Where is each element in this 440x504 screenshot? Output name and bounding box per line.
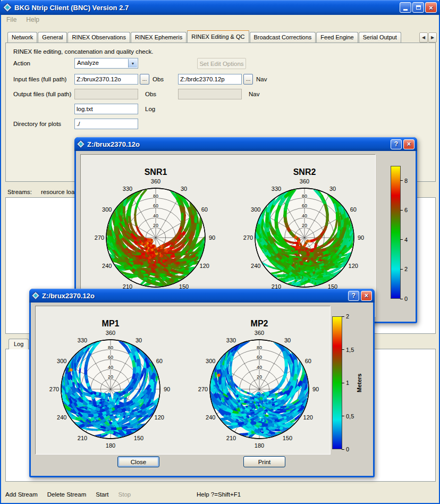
svg-text:300: 300: [102, 206, 112, 213]
svg-text:240: 240: [206, 414, 215, 421]
close-button[interactable]: ×: [403, 139, 414, 149]
help-button[interactable]: ?: [348, 291, 359, 301]
maximize-button[interactable]: [412, 2, 424, 13]
statusbar-action-stop: Stop: [119, 491, 131, 498]
input-obs-field[interactable]: [74, 74, 138, 85]
app-icon: [3, 3, 12, 12]
svg-text:330: 330: [272, 186, 281, 192]
tab-scroll-right-button[interactable]: ▶: [428, 32, 437, 43]
tab-rinex-observations[interactable]: RINEX Observations: [67, 32, 130, 43]
svg-text:90: 90: [312, 386, 319, 392]
arrow-left-icon: ◀: [422, 35, 425, 40]
svg-text:SNR1: SNR1: [145, 167, 167, 177]
statusbar-action-start[interactable]: Start: [96, 491, 108, 498]
svg-text:240: 240: [57, 414, 66, 421]
logfile-field[interactable]: [74, 104, 138, 114]
svg-text:60: 60: [108, 355, 113, 360]
streams-status: resource load: [41, 189, 78, 195]
action-select[interactable]: Analyze ▼: [74, 58, 138, 69]
window-titlebar[interactable]: BKG Ntrip Client (BNC) Version 2.7 ×: [0, 0, 440, 15]
svg-text:80: 80: [153, 194, 158, 199]
snr-window-title: Z:/brux2370.12o: [87, 140, 140, 148]
svg-text:40: 40: [108, 365, 113, 370]
tab-scroll-left-button[interactable]: ◀: [419, 32, 428, 43]
svg-text:270: 270: [49, 386, 59, 392]
snr1-skyplot: SNR1306090120150180210240270300330360204…: [84, 157, 227, 300]
output-nav-tag: Nav: [249, 91, 259, 97]
svg-text:240: 240: [251, 263, 260, 269]
statusbar-action-delete-stream[interactable]: Delete Stream: [47, 491, 87, 498]
close-icon: ×: [407, 140, 411, 148]
colorbar-unit-label: Meters: [356, 316, 363, 449]
svg-text:150: 150: [283, 435, 292, 441]
browse-nav-button[interactable]: ...: [243, 74, 253, 85]
svg-text:120: 120: [303, 414, 313, 421]
svg-text:60: 60: [257, 355, 262, 360]
tab-general[interactable]: General: [38, 32, 67, 43]
input-nav-field[interactable]: [178, 74, 242, 85]
svg-text:270: 270: [198, 386, 208, 392]
chevron-down-icon[interactable]: ▼: [128, 59, 137, 68]
snr2-skyplot: SNR2306090120150180210240270300330360204…: [233, 157, 376, 300]
tab-broadcast-corrections[interactable]: Broadcast Corrections: [250, 32, 316, 43]
action-label: Action: [13, 60, 30, 66]
bnc-icon: [77, 140, 84, 148]
svg-text:330: 330: [226, 337, 236, 343]
status-bar: Add StreamDelete StreamStartStop Help ?=…: [1, 488, 439, 503]
browse-obs-button[interactable]: ...: [140, 74, 149, 85]
statusbar-action-add-stream[interactable]: Add Stream: [5, 491, 38, 498]
print-plot-button[interactable]: Print: [243, 456, 285, 467]
svg-text:270: 270: [243, 234, 253, 241]
svg-text:40: 40: [153, 213, 158, 219]
svg-text:60: 60: [350, 206, 357, 213]
svg-text:40: 40: [257, 365, 262, 370]
snr-colorbar: 02468: [391, 166, 418, 299]
svg-text:60: 60: [305, 358, 311, 364]
tab-network[interactable]: Network: [7, 32, 37, 43]
tab-feed-engine[interactable]: Feed Engine: [316, 32, 358, 43]
help-button[interactable]: ?: [391, 139, 402, 149]
svg-text:300: 300: [251, 206, 260, 213]
mp-plot-window: Z:/brux2370.12o ? × MP130609012015018021…: [29, 289, 375, 477]
close-button[interactable]: ×: [425, 2, 437, 13]
maximize-icon: [416, 5, 421, 10]
tab-scrollers: ◀ ▶: [419, 32, 437, 43]
close-button[interactable]: ×: [361, 291, 372, 301]
svg-text:90: 90: [358, 234, 364, 241]
svg-text:180: 180: [255, 442, 264, 449]
svg-text:60: 60: [153, 203, 158, 208]
mp-dialog-body: MP13060901201501802102402703003303602040…: [31, 303, 373, 476]
plots-dir-field[interactable]: [74, 119, 138, 129]
output-obs-field: [74, 89, 138, 99]
minimize-button[interactable]: [400, 2, 411, 13]
tab-bar: NetworkGeneralRINEX ObservationsRINEX Ep…: [7, 30, 418, 43]
logfile-tag: Log: [145, 106, 155, 112]
svg-text:330: 330: [78, 337, 87, 343]
tab-serial-output[interactable]: Serial Output: [359, 32, 401, 43]
menu-help[interactable]: Help: [26, 16, 39, 23]
tab-rinex-ephemeris[interactable]: RINEX Ephemeris: [131, 32, 187, 43]
snr-window-titlebar[interactable]: Z:/brux2370.12o ? ×: [74, 137, 417, 151]
svg-text:150: 150: [134, 435, 143, 441]
svg-text:120: 120: [349, 263, 358, 269]
action-value: Analyze: [77, 60, 99, 66]
svg-text:20: 20: [302, 223, 307, 228]
panel-description: RINEX file editing, concatenation and qu…: [13, 48, 153, 55]
svg-text:30: 30: [136, 337, 142, 343]
svg-text:360: 360: [300, 178, 309, 184]
statusbar-actions: Add StreamDelete StreamStartStop: [5, 491, 131, 498]
plots-dir-label: Directory for plots: [13, 121, 61, 127]
output-nav-field: [178, 89, 242, 99]
tab-log[interactable]: Log: [9, 339, 29, 349]
mp-window-titlebar[interactable]: Z:/brux2370.12o ? ×: [29, 289, 375, 303]
tab-rinex-editing-qc[interactable]: RINEX Editing & QC: [187, 30, 249, 43]
output-files-label: Output files (full path): [13, 91, 71, 97]
menu-file[interactable]: File: [6, 16, 16, 23]
svg-text:120: 120: [155, 414, 164, 421]
close-plot-button[interactable]: Close: [117, 456, 159, 467]
menu-bar: File Help: [1, 15, 39, 24]
mp-plot-area: MP13060901201501802102402703003303602040…: [35, 306, 331, 455]
svg-text:210: 210: [78, 435, 87, 441]
input-obs-tag: Obs: [153, 76, 164, 82]
bnc-icon: [32, 292, 39, 299]
